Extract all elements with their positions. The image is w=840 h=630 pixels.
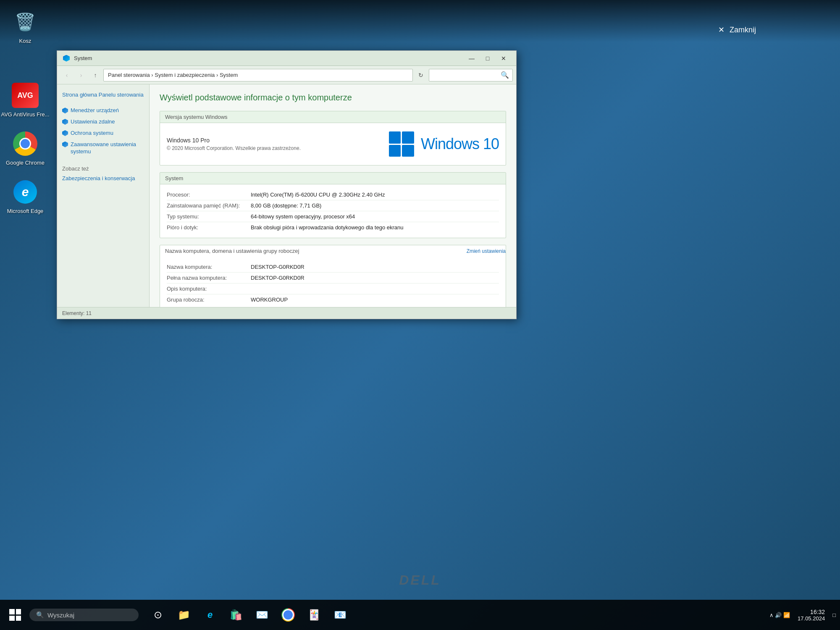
taskbar-solitaire[interactable]: 🃏 <box>303 604 325 626</box>
notification-icon[interactable]: □ <box>832 612 836 618</box>
minimize-button[interactable]: — <box>464 52 479 64</box>
close-button[interactable]: ✕ <box>496 52 511 64</box>
elements-count: Elementy: 11 <box>62 310 92 316</box>
desktop-icon-recycle-bin[interactable]: 🗑️ Kosz <box>4 8 46 44</box>
search-box: 🔍 <box>429 69 513 81</box>
processor-value: Intel(R) Core(TM) i5-6200U CPU @ 2.30GHz… <box>251 192 499 198</box>
avg-icon: AVG <box>12 82 39 109</box>
close-x-icon[interactable]: ✕ <box>718 25 724 34</box>
refresh-button[interactable]: ↻ <box>415 69 427 81</box>
taskbar-file-explorer[interactable]: 📁 <box>173 604 195 626</box>
window-titlebar: System — □ ✕ <box>57 51 516 66</box>
taskbar-clock[interactable]: 16:32 17.05.2024 <box>793 609 829 622</box>
search-placeholder: Wyszukaj <box>47 612 74 619</box>
close-label[interactable]: Zamknij <box>730 26 756 34</box>
recycle-bin-icon: 🗑️ <box>12 8 39 35</box>
up-button[interactable]: ↑ <box>89 69 102 81</box>
system-section-title: System <box>160 173 506 184</box>
version-banner: Windows 10 Pro © 2020 Microsoft Corporat… <box>167 128 499 160</box>
workgroup-row: Grupa robocza: WORKGROUP <box>167 294 499 305</box>
start-button[interactable] <box>4 604 26 626</box>
system-type-label: Typ systemu: <box>167 213 251 220</box>
ram-row: Zainstalowana pamięć (RAM): 8,00 GB (dos… <box>167 200 499 211</box>
version-info: Windows 10 Pro © 2020 Microsoft Corporat… <box>167 137 389 151</box>
taskbar: 🔍 Wyszukaj ⊙ 📁 e 🛍️ ✉️ 🃏 📧 ∧ 🔊 📶 16:32 1… <box>0 600 840 630</box>
taskbar-search-box[interactable]: 🔍 Wyszukaj <box>29 609 139 621</box>
address-bar: ‹ › ↑ Panel sterowania › System i zabezp… <box>57 66 516 84</box>
sidebar-footer: Zobacz też Zabezpieczenia i konserwacja <box>62 165 144 181</box>
pen-touch-row: Pióro i dotyk: Brak obsługi pióra i wpro… <box>167 222 499 233</box>
full-name-value: DESKTOP-G0RKD0R <box>251 275 499 281</box>
search-icon: 🔍 <box>501 71 509 79</box>
computer-name-section: Nazwa komputera, domena i ustawienia gru… <box>160 245 506 307</box>
taskbar-task-view[interactable]: ⊙ <box>147 604 169 626</box>
taskbar-mail[interactable]: ✉️ <box>251 604 273 626</box>
shield-icon <box>63 55 70 62</box>
shield-icon-1 <box>62 108 68 113</box>
chrome-label: Google Chrome <box>6 160 45 166</box>
sidebar-nav-section: Menedżer urządzeń Ustawienia zdalne Ochr… <box>62 107 144 155</box>
version-section-content: Windows 10 Pro © 2020 Microsoft Corporat… <box>160 123 506 165</box>
computer-name-label: Nazwa komputera: <box>167 264 251 270</box>
dell-logo: DELL <box>399 572 441 588</box>
window-controls: — □ ✕ <box>464 52 511 64</box>
desktop-icon-chrome[interactable]: Google Chrome <box>4 130 46 166</box>
sidebar-item-security[interactable]: Zabezpieczenia i konserwacja <box>62 175 144 181</box>
window-title-icon <box>62 54 71 63</box>
desktop-icon-edge[interactable]: e Microsoft Edge <box>4 178 46 214</box>
taskbar-right: ∧ 🔊 📶 16:32 17.05.2024 □ <box>769 609 836 622</box>
computer-name-content: Nazwa komputera: DESKTOP-G0RKD0R Pełna n… <box>160 257 506 307</box>
sidebar-item-advanced-settings[interactable]: Zaawansowane ustawienia systemu <box>62 141 144 155</box>
search-input[interactable] <box>433 72 501 78</box>
address-path[interactable]: Panel sterowania › System i zabezpieczen… <box>103 69 413 81</box>
clock-time: 16:32 <box>798 609 825 615</box>
chrome-icon <box>12 130 39 157</box>
version-section-title: Wersja systemu Windows <box>160 111 506 123</box>
windows-version-section: Wersja systemu Windows Windows 10 Pro © … <box>160 111 506 165</box>
shield-icon-4 <box>62 142 68 147</box>
sidebar-item-remote-settings[interactable]: Ustawienia zdalne <box>62 118 144 126</box>
sidebar-item-system-protection[interactable]: Ochrona systemu <box>62 130 144 137</box>
windows-logo: Windows 10 <box>389 131 499 157</box>
forward-button[interactable]: › <box>75 69 87 81</box>
taskbar-system-icons: ∧ 🔊 📶 <box>769 612 790 618</box>
window-body: Strona główna Panelu sterowania Menedżer… <box>57 84 516 307</box>
edge-label: Microsoft Edge <box>7 208 44 214</box>
search-icon: 🔍 <box>36 611 44 619</box>
sidebar: Strona główna Panelu sterowania Menedżer… <box>57 84 150 307</box>
workgroup-value: WORKGROUP <box>251 297 499 303</box>
back-button[interactable]: ‹ <box>60 69 73 81</box>
sidebar-main-link[interactable]: Strona główna Panelu sterowania <box>62 91 144 99</box>
see-also-title: Zobacz też <box>62 165 144 172</box>
desktop-icon-avg[interactable]: AVG AVG AntiVirus Fre... <box>4 82 46 118</box>
taskbar-store[interactable]: 🛍️ <box>225 604 247 626</box>
avg-label: AVG AntiVirus Fre... <box>1 111 49 118</box>
computer-name-section-title: Nazwa komputera, domena i ustawienia gru… <box>160 245 467 257</box>
sidebar-item-device-manager[interactable]: Menedżer urządzeń <box>62 107 144 114</box>
status-bar: Elementy: 11 <box>57 307 516 319</box>
shield-icon-3 <box>62 130 68 136</box>
windows-10-text: Windows 10 <box>421 135 499 153</box>
taskbar-edge[interactable]: e <box>199 604 221 626</box>
pen-touch-value: Brak obsługi pióra i wprowadzania dotyko… <box>251 224 499 231</box>
system-section: System Procesor: Intel(R) Core(TM) i5-62… <box>160 172 506 238</box>
change-settings-button[interactable]: Zmień ustawienia <box>467 248 506 254</box>
processor-label: Procesor: <box>167 192 251 198</box>
desktop: ✕ Zamknij 🗑️ Kosz AVG AVG AntiVirus Fre.… <box>0 0 840 630</box>
top-overlay <box>0 0 840 42</box>
computer-name-header: Nazwa komputera, domena i ustawienia gru… <box>160 245 506 257</box>
ram-label: Zainstalowana pamięć (RAM): <box>167 202 251 209</box>
computer-name-row: Nazwa komputera: DESKTOP-G0RKD0R <box>167 262 499 273</box>
main-content: Wyświetl podstawowe informacje o tym kom… <box>150 84 516 307</box>
edge-icon: e <box>12 178 39 205</box>
taskbar-icons: ⊙ 📁 e 🛍️ ✉️ 🃏 📧 <box>147 604 351 626</box>
full-name-label: Pełna nazwa komputera: <box>167 275 251 281</box>
breadcrumb-text: Panel sterowania › System i zabezpieczen… <box>108 72 238 78</box>
taskbar-chrome[interactable] <box>277 604 299 626</box>
maximize-button[interactable]: □ <box>480 52 495 64</box>
taskbar-extra[interactable]: 📧 <box>329 604 351 626</box>
windows-start-icon <box>9 609 21 621</box>
pen-touch-label: Pióro i dotyk: <box>167 224 251 231</box>
system-type-value: 64-bitowy system operacyjny, procesor x6… <box>251 213 499 220</box>
version-name: Windows 10 Pro <box>167 137 389 144</box>
